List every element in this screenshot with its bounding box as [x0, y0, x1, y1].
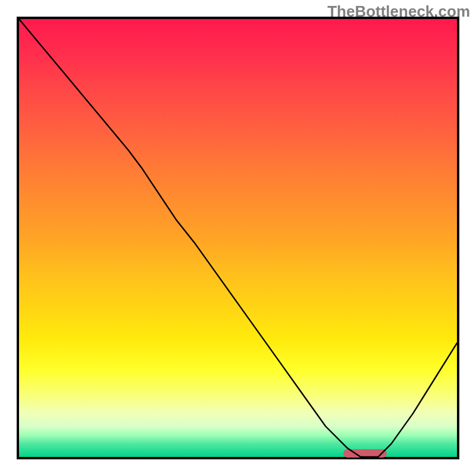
chart-container: { "watermark": "TheBottleneck.com", "cha…	[0, 0, 476, 476]
line-series	[19, 19, 457, 457]
plot-area	[17, 17, 459, 459]
watermark-text: TheBottleneck.com	[327, 2, 470, 21]
